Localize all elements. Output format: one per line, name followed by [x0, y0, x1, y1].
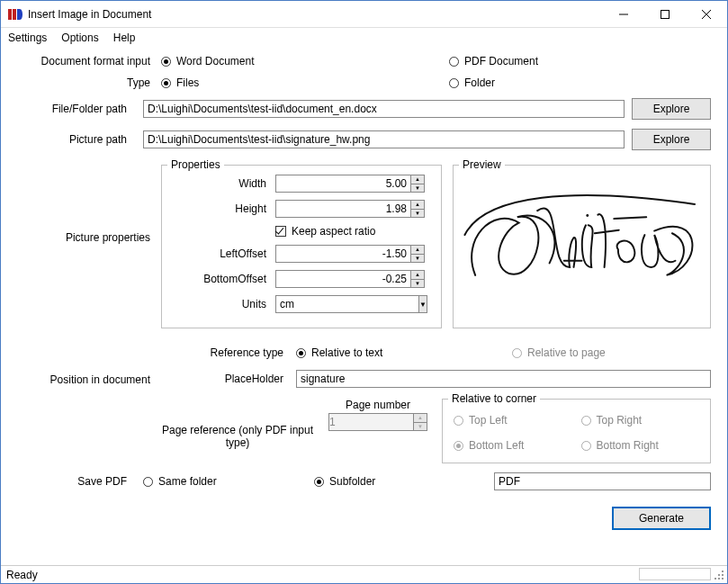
preview-image: [461, 175, 703, 311]
label-left-offset: LeftOffset: [169, 247, 275, 260]
radio-label-files: Files: [176, 76, 199, 89]
label-page-number: Page number: [328, 399, 427, 411]
legend-rel-corner: Relative to corner: [448, 392, 540, 405]
page-number-spinner: ▲▼: [328, 413, 427, 431]
label-height: Height: [169, 202, 275, 215]
radio-label-top-left: Top Left: [469, 414, 508, 427]
svg-rect-12: [722, 571, 724, 572]
placeholder-input[interactable]: [296, 370, 711, 388]
svg-point-6: [586, 214, 589, 217]
window-title: Insert Image in Document: [28, 8, 603, 21]
radio-folder[interactable]: [449, 78, 459, 88]
close-button[interactable]: [686, 1, 727, 28]
svg-rect-3: [661, 10, 670, 18]
minimize-button[interactable]: [603, 1, 644, 28]
label-width: Width: [169, 177, 275, 190]
radio-label-folder: Folder: [464, 76, 495, 89]
radio-top-right: [581, 416, 591, 426]
label-picture-path: Picture path: [17, 133, 143, 146]
keep-aspect-checkbox[interactable]: [275, 226, 286, 237]
maximize-button[interactable]: [644, 1, 686, 28]
radio-label-bottom-left: Bottom Left: [469, 439, 524, 452]
label-picture-properties: Picture properties: [17, 159, 161, 244]
svg-rect-8: [718, 578, 720, 580]
radio-files[interactable]: [161, 78, 171, 88]
radio-label-bottom-right: Bottom Right: [597, 439, 659, 452]
radio-label-pdf-doc: PDF Document: [464, 55, 538, 67]
height-down[interactable]: ▼: [411, 210, 424, 218]
explore-picture-button[interactable]: Explore: [632, 129, 711, 150]
statusbar: Ready: [1, 565, 727, 583]
width-up[interactable]: ▲: [411, 175, 424, 184]
radio-label-word-doc: Word Document: [176, 55, 254, 67]
menu-help[interactable]: Help: [113, 31, 136, 44]
radio-word-doc[interactable]: [161, 57, 171, 67]
units-combo[interactable]: ▼: [275, 295, 425, 313]
relative-corner-group: Relative to corner Top Left Top Right: [442, 399, 711, 463]
resize-grip-icon[interactable]: [715, 571, 725, 581]
radio-label-relative-text: Relative to text: [311, 346, 382, 359]
status-text: Ready: [6, 569, 38, 581]
status-pane: [639, 568, 711, 580]
radio-bottom-right: [581, 441, 591, 451]
radio-relative-text[interactable]: [296, 348, 306, 358]
menu-options[interactable]: Options: [61, 31, 98, 44]
svg-rect-9: [722, 574, 724, 576]
radio-label-top-right: Top Right: [597, 414, 643, 427]
chevron-down-icon[interactable]: ▼: [418, 295, 427, 313]
menu-settings[interactable]: Settings: [8, 31, 47, 44]
width-spinner[interactable]: ▲▼: [275, 175, 425, 193]
label-placeholder: PlaceHolder: [161, 373, 296, 385]
radio-label-same-folder: Same folder: [158, 475, 217, 488]
picture-path-input[interactable]: [143, 130, 625, 148]
generate-button[interactable]: Generate: [612, 507, 711, 530]
radio-pdf-doc[interactable]: [449, 57, 459, 67]
radio-bottom-left: [454, 441, 463, 451]
label-position: Position in document: [17, 346, 161, 386]
radio-same-folder[interactable]: [143, 477, 153, 487]
explore-file-button[interactable]: Explore: [632, 98, 711, 120]
svg-rect-10: [715, 578, 716, 580]
legend-properties: Properties: [167, 158, 224, 171]
titlebar: Insert Image in Document: [1, 1, 727, 28]
radio-subfolder[interactable]: [314, 477, 324, 487]
label-file-path: File/Folder path: [17, 103, 143, 115]
bottom-offset-spinner[interactable]: ▲▼: [275, 270, 425, 288]
radio-label-relative-page: Relative to page: [527, 346, 606, 359]
save-pdf-folder-input[interactable]: [494, 472, 711, 490]
file-path-input[interactable]: [143, 100, 625, 118]
svg-rect-7: [722, 578, 724, 580]
label-ref-type: Reference type: [161, 346, 296, 359]
legend-preview: Preview: [459, 158, 505, 171]
label-page-ref-hint: Page reference (only PDF input type): [161, 399, 314, 450]
height-up[interactable]: ▲: [411, 201, 424, 210]
label-units: Units: [169, 298, 275, 310]
width-down[interactable]: ▼: [411, 184, 424, 193]
left-offset-spinner[interactable]: ▲▼: [275, 245, 425, 263]
app-icon: [8, 7, 22, 22]
radio-top-left: [454, 416, 463, 426]
svg-rect-1: [13, 9, 16, 20]
menubar: Settings Options Help: [1, 28, 727, 48]
svg-rect-11: [718, 574, 720, 576]
preview-group: Preview: [453, 165, 711, 328]
radio-relative-page: [512, 348, 522, 358]
label-type: Type: [17, 76, 161, 89]
label-save-pdf: Save PDF: [17, 475, 143, 488]
svg-rect-0: [8, 9, 12, 20]
label-doc-format: Document format input: [17, 55, 161, 67]
properties-group: Properties Width ▲▼ Height ▲▼: [161, 165, 442, 328]
label-bottom-offset: BottomOffset: [169, 273, 275, 285]
height-spinner[interactable]: ▲▼: [275, 200, 425, 218]
label-keep-aspect: Keep aspect ratio: [292, 225, 375, 238]
radio-label-subfolder: Subfolder: [329, 475, 375, 488]
